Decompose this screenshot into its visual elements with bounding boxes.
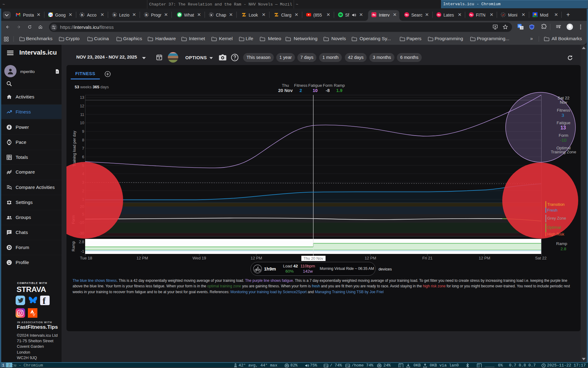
svg-text:8: 8 (82, 138, 84, 142)
svg-text:B: B (113, 13, 115, 17)
svg-text:2.8: 2.8 (560, 247, 566, 251)
svg-text:12 PM: 12 PM (365, 256, 376, 260)
svg-text:Sat 22: Sat 22 (535, 256, 547, 260)
svg-text:11: 11 (80, 113, 84, 117)
svg-text:Form: Form (559, 133, 568, 138)
svg-text:-1: -1 (81, 249, 84, 254)
svg-text:Fitness: Fitness (557, 108, 570, 113)
svg-text:Optimal: Optimal (547, 225, 561, 230)
svg-text:High Risk: High Risk (547, 232, 564, 236)
svg-text:10: 10 (80, 121, 84, 125)
svg-text:12 PM: 12 PM (137, 256, 148, 260)
svg-text:13: 13 (560, 125, 566, 130)
svg-text:12 PM: 12 PM (251, 256, 262, 260)
svg-text:Fresh: Fresh (547, 208, 557, 213)
svg-text:文: 文 (521, 26, 523, 29)
svg-text:Sat 22: Sat 22 (557, 96, 569, 100)
svg-text:Ramp: Ramp (556, 241, 567, 246)
svg-text:Training Zone: Training Zone (551, 150, 576, 154)
svg-text:7: 7 (82, 146, 84, 151)
svg-text:9: 9 (82, 129, 84, 134)
svg-text:22: 22 (49, 13, 52, 16)
svg-text:3: 3 (562, 113, 564, 118)
svg-text:Grey Zone: Grey Zone (547, 216, 566, 220)
svg-text:Thu 20 Nov: Thu 20 Nov (303, 256, 323, 261)
svg-text:-10: -10 (560, 137, 567, 143)
svg-text:13: 13 (80, 95, 84, 100)
svg-text:Wed 19: Wed 19 (193, 256, 206, 260)
svg-text:Training load per day: Training load per day (72, 131, 77, 167)
svg-text:Tue 18: Tue 18 (80, 256, 92, 260)
svg-text:Fatigue: Fatigue (556, 121, 570, 125)
svg-text:Transition: Transition (547, 202, 565, 207)
svg-text:2.8: 2.8 (79, 240, 84, 244)
svg-text:6: 6 (82, 155, 84, 159)
svg-text:12: 12 (80, 104, 84, 108)
svg-text:Fri 21: Fri 21 (422, 256, 432, 260)
svg-text:Ramp: Ramp (71, 241, 76, 251)
svg-text:12 PM: 12 PM (479, 256, 490, 260)
svg-text:Nov: Nov (560, 100, 567, 105)
svg-text:B: B (81, 13, 83, 17)
svg-text:B: B (145, 13, 147, 17)
